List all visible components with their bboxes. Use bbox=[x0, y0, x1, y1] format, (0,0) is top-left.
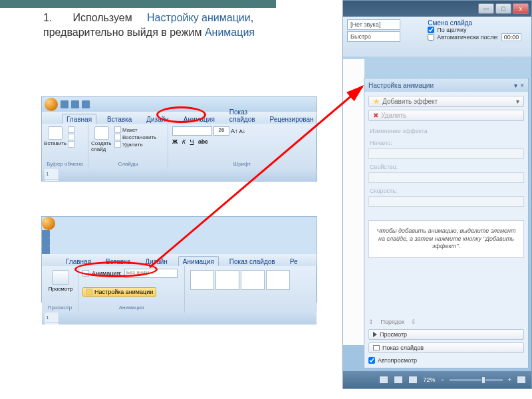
play-icon bbox=[373, 332, 377, 337]
tab-review[interactable]: Рецензирован bbox=[266, 114, 318, 124]
zoom-in-icon[interactable]: + bbox=[508, 376, 511, 383]
copy-icon[interactable] bbox=[68, 134, 74, 140]
office-button[interactable] bbox=[45, 98, 58, 111]
animation-icon bbox=[82, 270, 89, 277]
font-group-label: Шрифт bbox=[171, 160, 313, 168]
close-button[interactable]: x bbox=[513, 3, 529, 14]
speed-field[interactable] bbox=[368, 196, 524, 207]
tab-insert[interactable]: Вставка bbox=[102, 257, 134, 266]
title-bar bbox=[42, 217, 317, 254]
remove-icon: ✖ bbox=[373, 112, 378, 119]
remove-effect-button[interactable]: ✖ Удалить bbox=[368, 110, 524, 121]
tab-home[interactable]: Главная bbox=[62, 257, 95, 266]
custom-animation-label: Настройка анимации bbox=[94, 289, 153, 295]
reset-icon bbox=[114, 134, 121, 140]
slides-group-label: Слайды bbox=[91, 160, 165, 168]
tab-slideshow[interactable]: Показ слайдов bbox=[225, 107, 259, 124]
reset-button[interactable]: Восстановить bbox=[114, 134, 156, 140]
fit-to-window-icon[interactable] bbox=[517, 376, 526, 384]
zoom-slider[interactable] bbox=[450, 379, 503, 381]
slide-thumb-number[interactable]: 1 bbox=[45, 169, 59, 180]
qat-save-icon[interactable] bbox=[42, 230, 50, 238]
cut-icon[interactable] bbox=[68, 126, 74, 133]
preview-label: Просмотр bbox=[49, 286, 73, 292]
transition-item[interactable] bbox=[215, 270, 239, 290]
qat-redo-icon[interactable] bbox=[42, 246, 50, 254]
slideshow-icon bbox=[373, 345, 380, 350]
tab-insert[interactable]: Вставка bbox=[103, 114, 136, 124]
task-pane-close-icon[interactable]: × bbox=[520, 82, 524, 89]
layout-button[interactable]: Макет bbox=[114, 126, 156, 133]
task-pane-title: Настройка анимации ▾ × bbox=[364, 78, 528, 92]
zoom-percent[interactable]: 72% bbox=[423, 376, 435, 383]
transition-item[interactable] bbox=[241, 270, 265, 290]
view-sorter-icon[interactable] bbox=[394, 376, 403, 384]
zoom-out-icon[interactable]: − bbox=[440, 376, 444, 383]
ribbon-body: Вставить Буфер обмена Создать слайд Маке… bbox=[42, 124, 317, 169]
tab-animation[interactable]: Анимация bbox=[178, 256, 219, 266]
speed-select[interactable]: Быстро bbox=[347, 31, 400, 42]
star-icon bbox=[373, 98, 380, 105]
maximize-button[interactable]: □ bbox=[495, 3, 511, 14]
change-effect-label: Изменение эффекта bbox=[368, 124, 524, 136]
transition-gallery[interactable] bbox=[188, 267, 313, 293]
status-bar: 72% − + bbox=[343, 371, 531, 388]
ribbon-body: Просмотр Просмотр Анимация: Без аним... … bbox=[42, 266, 317, 313]
slide-thumb-number[interactable]: 1 bbox=[45, 313, 59, 323]
property-field[interactable] bbox=[368, 172, 524, 183]
qat-undo-icon[interactable] bbox=[42, 238, 50, 246]
on-click-checkbox[interactable]: По щелчку bbox=[428, 27, 527, 33]
screenshot-ribbon-home: Главная Вставка Дизайн Анимация Показ сл… bbox=[41, 96, 317, 182]
font-family-select[interactable] bbox=[172, 126, 212, 136]
tab-design[interactable]: Дизайн bbox=[142, 114, 173, 124]
start-field[interactable] bbox=[368, 148, 524, 159]
hint-box: Чтобы добавить анимацию, выделите элемен… bbox=[368, 220, 524, 258]
qat-redo-icon[interactable] bbox=[82, 100, 90, 108]
autopreview-checkbox[interactable]: Автопросмотр bbox=[368, 357, 524, 364]
tab-review[interactable]: Ре bbox=[286, 257, 302, 266]
custom-animation-icon bbox=[86, 289, 92, 295]
ribbon-tabs: Главная Вставка Дизайн Анимация Показ сл… bbox=[42, 254, 317, 266]
paste-label: Вставить bbox=[44, 140, 66, 146]
animation-task-pane: Настройка анимации ▾ × Добавить эффект ▾… bbox=[364, 78, 529, 368]
start-label: Начало: bbox=[368, 136, 524, 148]
instruction-number: 1. bbox=[43, 12, 52, 23]
paste-button[interactable]: Вставить bbox=[45, 126, 66, 146]
reorder-buttons[interactable]: ⇧ Порядок ⇩ bbox=[368, 317, 524, 327]
animation-select[interactable]: Без аним... bbox=[124, 269, 178, 278]
minimize-button[interactable]: — bbox=[478, 3, 494, 14]
tab-animation[interactable]: Анимация bbox=[180, 114, 219, 124]
new-slide-label: Создать слайд bbox=[91, 140, 112, 152]
new-slide-button[interactable]: Создать слайд bbox=[91, 126, 112, 152]
tab-home[interactable]: Главная bbox=[62, 114, 96, 124]
screenshot-task-pane: — □ x [Нет звука] Быстро Смена слайда По… bbox=[342, 0, 532, 389]
new-slide-icon bbox=[94, 126, 109, 140]
tab-design[interactable]: Дизайн bbox=[141, 257, 172, 266]
preview-icon bbox=[52, 270, 69, 285]
add-effect-button[interactable]: Добавить эффект ▾ bbox=[368, 96, 524, 107]
title-bar bbox=[42, 97, 317, 112]
qat-undo-icon[interactable] bbox=[71, 100, 79, 108]
office-button[interactable] bbox=[42, 217, 55, 230]
task-pane-dropdown-icon[interactable]: ▾ bbox=[514, 82, 517, 89]
slideshow-button[interactable]: Показ слайдов bbox=[368, 342, 524, 353]
play-preview-button[interactable]: Просмотр bbox=[368, 329, 524, 340]
preview-button[interactable]: Просмотр bbox=[45, 267, 76, 292]
transition-item[interactable] bbox=[190, 270, 214, 290]
auto-after-checkbox[interactable]: Автоматически после:00:00 bbox=[428, 33, 527, 41]
instruction-link1: Настройку анимации bbox=[147, 12, 251, 23]
font-size-select[interactable]: 26 bbox=[213, 126, 229, 136]
delete-button[interactable]: Удалить bbox=[114, 141, 156, 148]
instruction-part1: Используем bbox=[72, 12, 132, 23]
format-painter-icon[interactable] bbox=[68, 141, 74, 148]
view-normal-icon[interactable] bbox=[379, 376, 388, 384]
slide-canvas-edge bbox=[343, 59, 364, 345]
transition-item[interactable] bbox=[266, 270, 290, 290]
custom-animation-button[interactable]: Настройка анимации bbox=[82, 287, 156, 297]
view-slideshow-icon[interactable] bbox=[408, 376, 418, 384]
layout-icon bbox=[114, 126, 121, 133]
transition-section-label: Смена слайда bbox=[428, 19, 527, 27]
qat-save-icon[interactable] bbox=[61, 100, 68, 108]
sound-select[interactable]: [Нет звука] bbox=[347, 19, 400, 30]
tab-slideshow[interactable]: Показ слайдов bbox=[225, 257, 279, 266]
